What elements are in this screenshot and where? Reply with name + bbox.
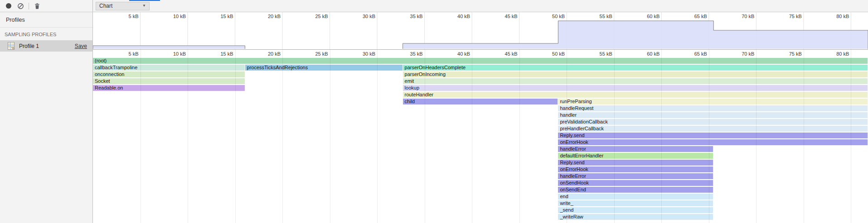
axis-tick-label: 80 kB [817,51,849,57]
record-button[interactable] [3,0,15,11]
flame-bar[interactable]: preHandlerCallback [558,126,868,132]
overview-area-chart [93,12,868,49]
flame-bar[interactable]: onErrorHook [558,166,713,172]
flame-bar[interactable]: _send [558,207,713,213]
flame-bar[interactable]: lookup [403,85,868,91]
heap-profile-icon: % [7,42,15,50]
flame-row: handleError [93,173,868,180]
block-icon [17,3,24,9]
chart-view-select[interactable]: Chart ▼ [96,2,150,10]
axis-tick-label: 50 kB [533,51,565,57]
flame-row: handler [93,112,868,119]
trash-icon [34,3,40,9]
flame-bar[interactable]: callbackTrampoline [93,65,245,71]
axis-tick-label: 60 kB [628,51,659,57]
flame-bar[interactable]: handleError [558,146,713,152]
chart-view-select-value: Chart [99,3,112,9]
flame-row: (root) [93,57,868,64]
flame-row: onSendEnd [93,186,868,193]
flame-bar[interactable]: (root) [93,58,868,64]
axis-tick-label: 35 kB [391,51,423,57]
axis-tick-label: 40 kB [438,51,470,57]
flame-bar[interactable]: child [403,99,558,104]
flame-row: childrunPreParsing [93,98,868,105]
flame-row: onconnectionparserOnIncoming [93,71,868,78]
flame-row: handleError [93,146,868,152]
flame-row: onErrorHook [93,139,868,146]
flame-bar[interactable]: handleError [558,173,713,179]
flame-row: onErrorHook [93,166,868,173]
record-icon [5,3,12,9]
flame-bar[interactable]: onErrorHook [558,139,868,145]
clear-button[interactable] [15,0,26,11]
flame-bar[interactable]: handler [558,112,868,118]
flame-bar[interactable]: parserOnHeadersComplete [403,65,868,71]
toolbar-separator [29,3,29,9]
profiles-sidebar: Profiles SAMPLING PROFILES % Profile 1 S… [0,12,93,223]
flame-bar[interactable]: defaultErrorHandler [558,153,713,159]
profile-name: Profile 1 [19,43,75,49]
flame-bar[interactable]: onSendHook [558,180,713,186]
active-tab-indicator [129,0,160,1]
axis-tick-label: 10 kB [154,51,186,57]
axis-tick-label: 70 kB [723,51,754,57]
chevron-down-icon: ▼ [142,4,146,8]
axis-tick-label: 30 kB [344,51,375,57]
flame-bar[interactable]: onSendEnd [558,187,713,193]
axis-tick-label: 25 kB [296,51,328,57]
flame-row: _writeRaw [93,214,868,220]
sidebar-item-profile-1[interactable]: % Profile 1 Save [0,40,92,52]
flame-bar[interactable]: preValidationCallback [558,119,868,125]
flame-row: handleRequest [93,105,868,112]
delete-profile-button[interactable] [31,0,43,11]
axis-tick-label: 65 kB [675,51,707,57]
toolbar: Chart ▼ [0,0,868,12]
flame-row: callbackTrampolineprocessTicksAndRejecti… [93,64,868,71]
flame-row: preHandlerCallback [93,125,868,132]
flame-row: routeHandler [93,91,868,98]
flame-row: Reply.send [93,159,868,166]
flame-row: preValidationCallback [93,119,868,125]
chart-area: 5 kB10 kB15 kB20 kB25 kB30 kB35 kB40 kB4… [93,12,868,223]
flame-bar[interactable]: emit [403,78,868,84]
toolbar-right: Chart ▼ [93,0,868,12]
flame-row: Reply.send [93,132,868,139]
flame-row: write_ [93,200,868,207]
flame-row: _send [93,207,868,214]
flame-bar[interactable]: write_ [558,200,713,206]
flame-row: Socketemit [93,78,868,85]
flame-ruler: 5 kB10 kB15 kB20 kB25 kB30 kB35 kB40 kB4… [93,50,868,57]
axis-tick-label: 45 kB [486,51,518,57]
axis-tick-label: 5 kB [107,51,139,57]
overview-area-fill [93,21,868,49]
flame-bar[interactable]: routeHandler [403,92,868,98]
flame-bar[interactable]: onconnection [93,71,245,77]
flame-bar[interactable]: Reply.send [558,160,713,166]
save-profile-link[interactable]: Save [75,43,87,49]
flame-row: end [93,193,868,200]
flame-row: onSendHook [93,180,868,186]
memory-profiler-panel: Chart ▼ Profiles SAMPLING PROFILES % [0,0,868,223]
memory-overview-pane[interactable]: 5 kB10 kB15 kB20 kB25 kB30 kB35 kB40 kB4… [93,12,868,50]
svg-text:%: % [11,47,14,50]
sidebar-title: Profiles [0,12,92,28]
flame-bar[interactable]: runPreParsing [558,99,868,104]
sampling-profiles-section-header: SAMPLING PROFILES [0,28,92,40]
axis-tick-label: 75 kB [770,51,802,57]
panel-body: Profiles SAMPLING PROFILES % Profile 1 S… [0,12,868,223]
flame-bar[interactable]: parserOnIncoming [403,71,868,77]
flame-bar[interactable]: _writeRaw [558,214,713,220]
toolbar-left [0,0,93,12]
flame-bar[interactable]: Reply.send [558,133,868,138]
flame-bar[interactable]: handleRequest [558,105,868,111]
flame-bar[interactable]: processTicksAndRejections [245,65,403,71]
flame-row: Readable.onlookup [93,85,868,91]
flame-bar[interactable]: end [558,194,713,199]
axis-tick-label: 15 kB [202,51,233,57]
flame-row: defaultErrorHandler [93,152,868,159]
flame-rows: (root)callbackTrampolineprocessTicksAndR… [93,57,868,220]
axis-tick-label: 20 kB [249,51,281,57]
axis-tick-label: 55 kB [581,51,612,57]
flame-bar[interactable]: Socket [93,78,245,84]
flame-bar[interactable]: Readable.on [93,85,245,91]
